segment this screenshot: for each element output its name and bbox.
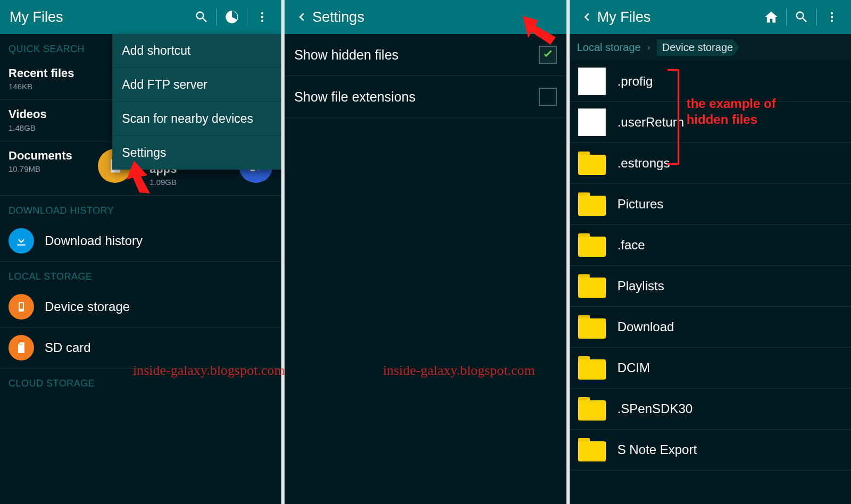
svg-point-8 xyxy=(831,12,833,14)
file-name: .profig xyxy=(618,74,653,89)
back-icon[interactable] xyxy=(579,11,594,23)
annotation-bracket xyxy=(668,69,679,165)
file-row[interactable]: .face xyxy=(570,225,851,266)
appbar: My Files xyxy=(570,0,851,34)
folder-icon xyxy=(578,436,606,464)
app-title: My Files xyxy=(10,9,189,26)
breadcrumb-root[interactable]: Local storage xyxy=(577,41,641,54)
file-row[interactable]: .estrongs xyxy=(570,143,851,184)
menu-settings[interactable]: Settings xyxy=(112,136,281,170)
home-icon[interactable] xyxy=(758,4,784,30)
file-row[interactable]: Playlists xyxy=(570,266,851,307)
section-local-storage: LOCAL STORAGE xyxy=(0,262,281,287)
file-row[interactable]: S Note Export xyxy=(570,430,851,471)
panel-settings: Settings Show hidden files Show file ext… xyxy=(285,0,569,504)
section-cloud-storage: CLOUD STORAGE xyxy=(0,368,281,393)
sd-card-icon xyxy=(9,335,34,360)
overflow-menu: Add shortcut Add FTP server Scan for nea… xyxy=(112,34,281,170)
folder-icon xyxy=(578,354,606,382)
row-label: SD card xyxy=(45,340,91,355)
file-row[interactable]: Download xyxy=(570,307,851,348)
section-download-history: DOWNLOAD HISTORY xyxy=(0,196,281,221)
app-title: My Files xyxy=(597,9,758,26)
tile-title: Documents xyxy=(9,149,91,162)
panel-file-browser: My Files Local storage Device storage .p… xyxy=(570,0,851,504)
file-name: Pictures xyxy=(618,197,664,212)
app-title: Settings xyxy=(312,9,560,26)
svg-point-3 xyxy=(261,20,263,22)
file-name: DCIM xyxy=(618,360,650,375)
panel-my-files: My Files QUICK SEARCH Recent files xyxy=(0,0,285,504)
tile-sub: 10.79MB xyxy=(9,164,91,173)
setting-label: Show file extensions xyxy=(294,89,538,105)
svg-point-9 xyxy=(831,16,833,18)
device-storage-icon xyxy=(9,294,34,320)
download-icon xyxy=(9,228,34,254)
file-row[interactable]: DCIM xyxy=(570,348,851,389)
appbar: Settings xyxy=(285,0,566,34)
tile-sub: 1.09GB xyxy=(149,178,232,187)
svg-point-10 xyxy=(831,20,833,22)
checkbox-unchecked-icon[interactable] xyxy=(539,88,557,106)
checkbox-checked-icon[interactable] xyxy=(539,46,557,64)
file-name: Playlists xyxy=(618,279,664,293)
svg-point-1 xyxy=(261,12,263,14)
appbar: My Files xyxy=(0,0,281,34)
row-sd-card[interactable]: SD card xyxy=(0,327,281,368)
folder-icon xyxy=(578,395,606,423)
document-icon xyxy=(578,108,606,136)
file-row[interactable]: .SPenSDK30 xyxy=(570,389,851,430)
file-name: .SPenSDK30 xyxy=(618,401,693,416)
row-device-storage[interactable]: Device storage xyxy=(0,287,281,327)
chevron-right-icon xyxy=(646,44,652,52)
file-name: .face xyxy=(618,238,645,253)
menu-add-ftp[interactable]: Add FTP server xyxy=(112,68,281,102)
folder-icon xyxy=(578,149,606,177)
folder-icon xyxy=(578,190,606,218)
svg-point-2 xyxy=(261,16,263,18)
setting-show-extensions[interactable]: Show file extensions xyxy=(285,76,566,118)
breadcrumb: Local storage Device storage xyxy=(570,34,851,61)
file-name: .estrongs xyxy=(618,156,670,171)
folder-icon xyxy=(578,313,606,341)
document-icon xyxy=(578,68,606,95)
setting-show-hidden[interactable]: Show hidden files xyxy=(285,34,566,76)
menu-add-shortcut[interactable]: Add shortcut xyxy=(112,34,281,68)
file-name: Download xyxy=(618,320,674,334)
search-icon[interactable] xyxy=(189,4,214,30)
svg-rect-5 xyxy=(20,303,23,309)
breadcrumb-current[interactable]: Device storage xyxy=(657,39,739,56)
row-label: Download history xyxy=(45,233,143,248)
folder-icon xyxy=(578,231,606,259)
overflow-menu-icon[interactable] xyxy=(819,4,845,30)
setting-label: Show hidden files xyxy=(294,47,538,63)
folder-icon xyxy=(578,272,606,300)
back-icon[interactable] xyxy=(294,11,309,23)
menu-scan-devices[interactable]: Scan for nearby devices xyxy=(112,102,281,136)
storage-chart-icon[interactable] xyxy=(219,4,245,30)
file-row[interactable]: Pictures xyxy=(570,184,851,225)
annotation-hidden-files: the example of hidden files xyxy=(687,96,814,128)
row-download-history[interactable]: Download history xyxy=(0,221,281,262)
row-label: Device storage xyxy=(45,299,130,314)
overflow-menu-icon[interactable] xyxy=(249,4,275,30)
file-name: S Note Export xyxy=(618,442,697,457)
search-icon[interactable] xyxy=(789,4,814,30)
